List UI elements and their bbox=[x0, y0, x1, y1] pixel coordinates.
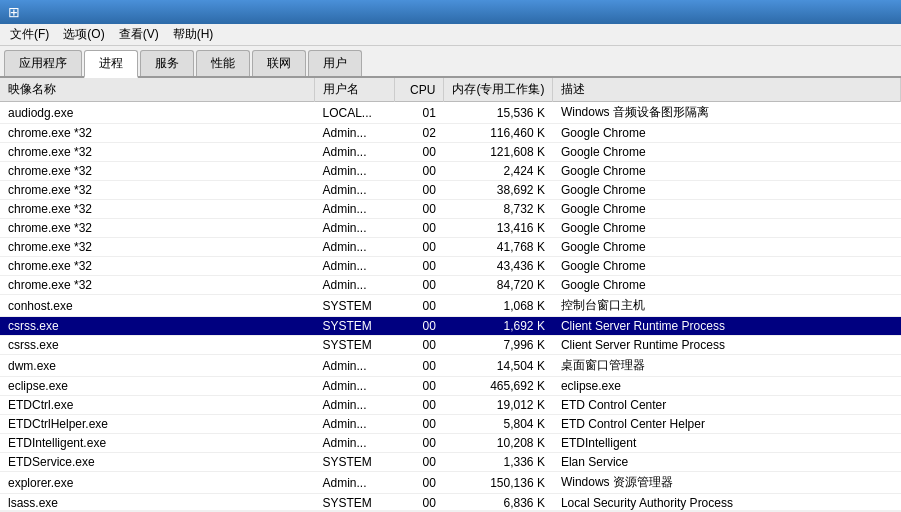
table-header-row: 映像名称用户名CPU内存(专用工作集)描述 bbox=[0, 78, 901, 102]
col-header-1[interactable]: 用户名 bbox=[315, 78, 395, 102]
table-row[interactable]: chrome.exe *32Admin...008,732 KGoogle Ch… bbox=[0, 200, 901, 219]
cell-col-name: ETDService.exe bbox=[0, 453, 315, 472]
menu-item[interactable]: 文件(F) bbox=[4, 24, 55, 45]
cell-col-cpu: 01 bbox=[394, 102, 444, 124]
cell-col-cpu: 00 bbox=[394, 415, 444, 434]
table-row[interactable]: csrss.exeSYSTEM001,692 KClient Server Ru… bbox=[0, 317, 901, 336]
cell-col-name: ETDCtrl.exe bbox=[0, 396, 315, 415]
cell-col-mem: 10,208 K bbox=[444, 434, 553, 453]
table-row[interactable]: chrome.exe *32Admin...0013,416 KGoogle C… bbox=[0, 219, 901, 238]
cell-col-user: Admin... bbox=[315, 257, 395, 276]
table-row[interactable]: chrome.exe *32Admin...0084,720 KGoogle C… bbox=[0, 276, 901, 295]
col-header-0[interactable]: 映像名称 bbox=[0, 78, 315, 102]
table-row[interactable]: ETDCtrlHelper.exeAdmin...005,804 KETD Co… bbox=[0, 415, 901, 434]
cell-col-mem: 7,996 K bbox=[444, 336, 553, 355]
table-row[interactable]: chrome.exe *32Admin...02116,460 KGoogle … bbox=[0, 124, 901, 143]
cell-col-name: chrome.exe *32 bbox=[0, 143, 315, 162]
cell-col-mem: 41,768 K bbox=[444, 238, 553, 257]
cell-col-name: eclipse.exe bbox=[0, 377, 315, 396]
tab-服务[interactable]: 服务 bbox=[140, 50, 194, 76]
table-row[interactable]: chrome.exe *32Admin...0043,436 KGoogle C… bbox=[0, 257, 901, 276]
table-row[interactable]: csrss.exeSYSTEM007,996 KClient Server Ru… bbox=[0, 336, 901, 355]
table-row[interactable]: eclipse.exeAdmin...00465,692 Keclipse.ex… bbox=[0, 377, 901, 396]
cell-col-name: ETDCtrlHelper.exe bbox=[0, 415, 315, 434]
cell-col-user: SYSTEM bbox=[315, 494, 395, 511]
cell-col-cpu: 00 bbox=[394, 377, 444, 396]
menu-item[interactable]: 查看(V) bbox=[113, 24, 165, 45]
cell-col-user: Admin... bbox=[315, 162, 395, 181]
cell-col-user: Admin... bbox=[315, 219, 395, 238]
cell-col-name: csrss.exe bbox=[0, 336, 315, 355]
table-row[interactable]: chrome.exe *32Admin...0038,692 KGoogle C… bbox=[0, 181, 901, 200]
cell-col-user: LOCAL... bbox=[315, 102, 395, 124]
table-row[interactable]: ETDCtrl.exeAdmin...0019,012 KETD Control… bbox=[0, 396, 901, 415]
cell-col-user: Admin... bbox=[315, 434, 395, 453]
table-row[interactable]: chrome.exe *32Admin...00121,608 KGoogle … bbox=[0, 143, 901, 162]
cell-col-mem: 116,460 K bbox=[444, 124, 553, 143]
table-row[interactable]: conhost.exeSYSTEM001,068 K控制台窗口主机 bbox=[0, 295, 901, 317]
table-row[interactable]: chrome.exe *32Admin...002,424 KGoogle Ch… bbox=[0, 162, 901, 181]
cell-col-user: SYSTEM bbox=[315, 295, 395, 317]
app-icon: ⊞ bbox=[8, 4, 20, 20]
col-header-2[interactable]: CPU bbox=[394, 78, 444, 102]
cell-col-desc: Client Server Runtime Process bbox=[553, 336, 901, 355]
content-area: 映像名称用户名CPU内存(专用工作集)描述 audiodg.exeLOCAL..… bbox=[0, 78, 901, 510]
cell-col-name: chrome.exe *32 bbox=[0, 200, 315, 219]
cell-col-user: Admin... bbox=[315, 377, 395, 396]
cell-col-name: chrome.exe *32 bbox=[0, 219, 315, 238]
cell-col-user: Admin... bbox=[315, 276, 395, 295]
cell-col-name: conhost.exe bbox=[0, 295, 315, 317]
cell-col-name: lsass.exe bbox=[0, 494, 315, 511]
col-header-4[interactable]: 描述 bbox=[553, 78, 901, 102]
cell-col-name: chrome.exe *32 bbox=[0, 238, 315, 257]
cell-col-name: chrome.exe *32 bbox=[0, 162, 315, 181]
cell-col-mem: 15,536 K bbox=[444, 102, 553, 124]
cell-col-desc: Google Chrome bbox=[553, 181, 901, 200]
menu-item[interactable]: 帮助(H) bbox=[167, 24, 220, 45]
table-row[interactable]: ETDService.exeSYSTEM001,336 KElan Servic… bbox=[0, 453, 901, 472]
cell-col-desc: Google Chrome bbox=[553, 219, 901, 238]
table-row[interactable]: ETDIntelligent.exeAdmin...0010,208 KETDI… bbox=[0, 434, 901, 453]
cell-col-mem: 8,732 K bbox=[444, 200, 553, 219]
cell-col-cpu: 00 bbox=[394, 355, 444, 377]
cell-col-mem: 465,692 K bbox=[444, 377, 553, 396]
table-row[interactable]: chrome.exe *32Admin...0041,768 KGoogle C… bbox=[0, 238, 901, 257]
cell-col-mem: 2,424 K bbox=[444, 162, 553, 181]
cell-col-name: dwm.exe bbox=[0, 355, 315, 377]
process-table-container[interactable]: 映像名称用户名CPU内存(专用工作集)描述 audiodg.exeLOCAL..… bbox=[0, 78, 901, 510]
table-row[interactable]: lsass.exeSYSTEM006,836 KLocal Security A… bbox=[0, 494, 901, 511]
process-table: 映像名称用户名CPU内存(专用工作集)描述 audiodg.exeLOCAL..… bbox=[0, 78, 901, 510]
cell-col-mem: 6,836 K bbox=[444, 494, 553, 511]
tab-进程[interactable]: 进程 bbox=[84, 50, 138, 78]
cell-col-mem: 150,136 K bbox=[444, 472, 553, 494]
cell-col-cpu: 00 bbox=[394, 472, 444, 494]
col-header-3[interactable]: 内存(专用工作集) bbox=[444, 78, 553, 102]
cell-col-name: csrss.exe bbox=[0, 317, 315, 336]
title-bar: ⊞ bbox=[0, 0, 901, 24]
cell-col-desc: Client Server Runtime Process bbox=[553, 317, 901, 336]
cell-col-cpu: 00 bbox=[394, 276, 444, 295]
tab-用户[interactable]: 用户 bbox=[308, 50, 362, 76]
cell-col-desc: Google Chrome bbox=[553, 200, 901, 219]
tab-应用程序[interactable]: 应用程序 bbox=[4, 50, 82, 76]
table-row[interactable]: audiodg.exeLOCAL...0115,536 KWindows 音频设… bbox=[0, 102, 901, 124]
cell-col-cpu: 00 bbox=[394, 181, 444, 200]
menu-item[interactable]: 选项(O) bbox=[57, 24, 110, 45]
cell-col-desc: Local Security Authority Process bbox=[553, 494, 901, 511]
table-row[interactable]: dwm.exeAdmin...0014,504 K桌面窗口管理器 bbox=[0, 355, 901, 377]
tab-联网[interactable]: 联网 bbox=[252, 50, 306, 76]
cell-col-cpu: 00 bbox=[394, 434, 444, 453]
cell-col-user: Admin... bbox=[315, 181, 395, 200]
cell-col-mem: 43,436 K bbox=[444, 257, 553, 276]
table-row[interactable]: explorer.exeAdmin...00150,136 KWindows 资… bbox=[0, 472, 901, 494]
cell-col-mem: 19,012 K bbox=[444, 396, 553, 415]
tab-性能[interactable]: 性能 bbox=[196, 50, 250, 76]
cell-col-user: Admin... bbox=[315, 355, 395, 377]
cell-col-user: Admin... bbox=[315, 396, 395, 415]
cell-col-cpu: 00 bbox=[394, 336, 444, 355]
cell-col-cpu: 00 bbox=[394, 143, 444, 162]
menu-bar: 文件(F)选项(O)查看(V)帮助(H) bbox=[0, 24, 901, 46]
cell-col-name: chrome.exe *32 bbox=[0, 276, 315, 295]
cell-col-desc: ETDIntelligent bbox=[553, 434, 901, 453]
cell-col-desc: 控制台窗口主机 bbox=[553, 295, 901, 317]
